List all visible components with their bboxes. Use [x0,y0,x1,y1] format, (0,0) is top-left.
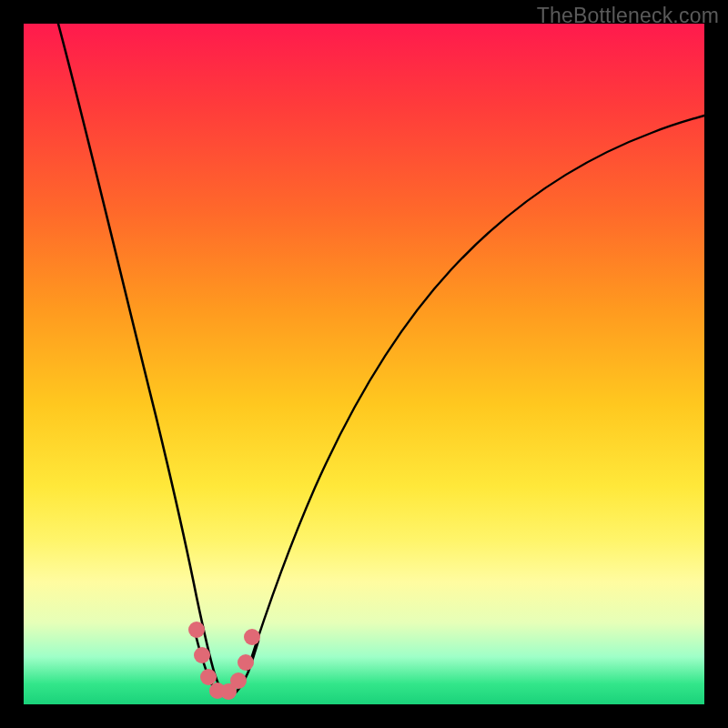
watermark-text: TheBottleneck.com [537,4,719,28]
curve-right-branch [248,116,704,670]
chart-frame: TheBottleneck.com [0,0,728,728]
svg-point-2 [200,669,217,685]
svg-point-1 [194,647,210,663]
svg-point-0 [188,622,205,638]
curve-layer [24,24,704,704]
svg-point-5 [230,672,247,689]
curve-left-branch [58,24,218,684]
svg-point-6 [238,654,254,671]
highlight-dots [188,622,260,700]
svg-point-7 [244,629,260,645]
plot-area [24,24,704,704]
